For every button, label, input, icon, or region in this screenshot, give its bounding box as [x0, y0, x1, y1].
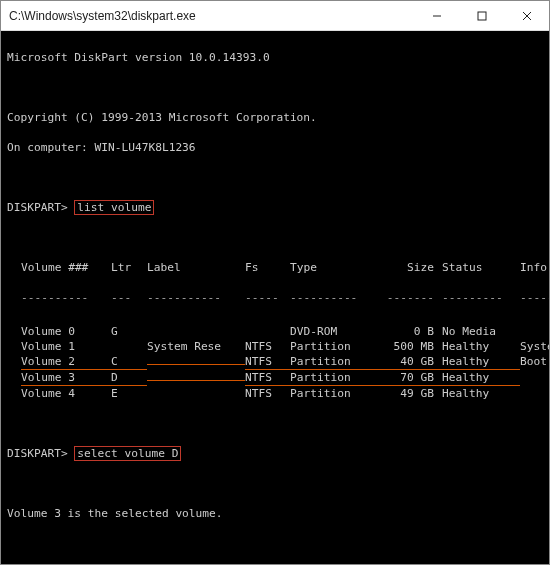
col-fs: Fs	[245, 260, 290, 275]
col-label: Label	[147, 260, 245, 275]
maximize-button[interactable]	[459, 1, 504, 30]
minimize-icon	[432, 11, 442, 21]
col-info: Info	[520, 260, 549, 275]
table-row: Volume 3DNTFSPartition70 GBHealthy	[7, 370, 543, 386]
maximize-icon	[477, 11, 487, 21]
minimize-button[interactable]	[414, 1, 459, 30]
prompt-prefix: DISKPART>	[7, 201, 74, 214]
table-divider: ----------------------------------------…	[7, 290, 543, 309]
command-list-volume: list volume	[74, 200, 154, 215]
table-row: Volume 1System ReseNTFSPartition500 MBHe…	[7, 339, 543, 354]
terminal-output[interactable]: Microsoft DiskPart version 10.0.14393.0 …	[1, 31, 549, 564]
col-type: Type	[290, 260, 380, 275]
prompt-line: DISKPART> select volume D	[7, 446, 543, 461]
prompt-prefix: DISKPART>	[7, 447, 74, 460]
prompt-line: DISKPART> list volume	[7, 200, 543, 215]
svg-rect-1	[478, 12, 486, 20]
col-status: Status	[442, 260, 520, 275]
command-select-volume-d: select volume D	[74, 446, 181, 461]
version-line: Microsoft DiskPart version 10.0.14393.0	[7, 50, 543, 65]
table-row: Volume 2CNTFSPartition40 GBHealthyBoot	[7, 354, 543, 370]
blank	[7, 416, 543, 431]
close-button[interactable]	[504, 1, 549, 30]
titlebar[interactable]: C:\Windows\system32\diskpart.exe	[1, 1, 549, 31]
col-volume: Volume ###	[21, 260, 111, 275]
table-header-row: Volume ###LtrLabelFsTypeSizeStatusInfo	[7, 260, 543, 275]
table-1-body: Volume 0GDVD-ROM0 BNo MediaVolume 1Syste…	[7, 324, 543, 401]
blank	[7, 230, 543, 245]
col-size: Size	[380, 260, 442, 275]
message-selected-3: Volume 3 is the selected volume.	[7, 506, 543, 521]
app-window: C:\Windows\system32\diskpart.exe Microso…	[0, 0, 550, 565]
copyright-line: Copyright (C) 1999-2013 Microsoft Corpor…	[7, 110, 543, 125]
blank	[7, 170, 543, 185]
blank	[7, 80, 543, 95]
window-controls	[414, 1, 549, 30]
close-icon	[522, 11, 532, 21]
window-title: C:\Windows\system32\diskpart.exe	[1, 9, 414, 23]
table-row: Volume 0GDVD-ROM0 BNo Media	[7, 324, 543, 339]
computer-line: On computer: WIN-LU47K8L1236	[7, 140, 543, 155]
blank	[7, 476, 543, 491]
table-row: Volume 4ENTFSPartition49 GBHealthy	[7, 386, 543, 401]
blank	[7, 536, 543, 551]
col-ltr: Ltr	[111, 260, 147, 275]
